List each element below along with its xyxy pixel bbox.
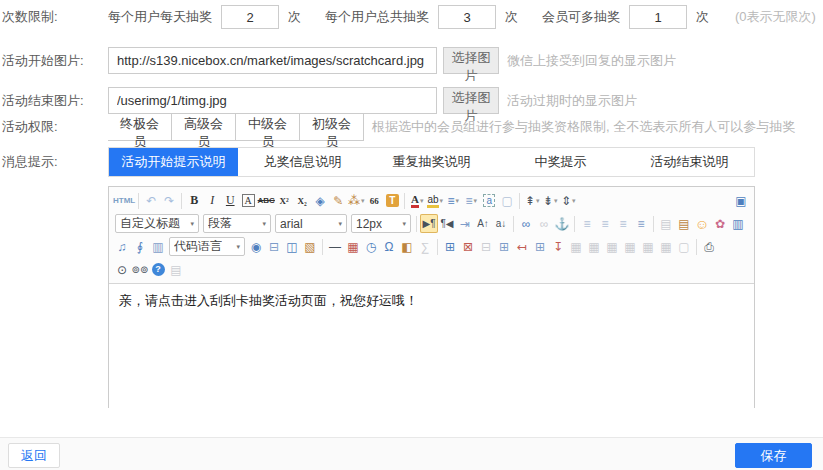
editor-content[interactable]: 亲，请点击进入刮刮卡抽奖活动页面，祝您好运哦！ bbox=[109, 284, 754, 425]
music-icon[interactable]: ♫ bbox=[113, 237, 131, 256]
image-upload-icon[interactable]: ▤ bbox=[675, 214, 693, 233]
start-image-row: 活动开始图片: 选择图片 微信上接受到回复的显示图片 bbox=[2, 47, 823, 74]
preview-icon[interactable]: ⊙ bbox=[113, 260, 131, 279]
font-family-select[interactable]: arial▾ bbox=[275, 214, 347, 233]
ordered-list-icon[interactable]: ≡▾ bbox=[444, 191, 462, 210]
para-space-bottom-icon[interactable]: ⇟▾ bbox=[541, 191, 559, 210]
choose-end-image-button[interactable]: 选择图片 bbox=[443, 87, 499, 114]
code-language-select[interactable]: 代码语言▾ bbox=[169, 237, 245, 256]
insert-row-icon[interactable]: ⊞ bbox=[495, 237, 513, 256]
paste-text-icon[interactable]: T bbox=[383, 191, 401, 210]
rtl-icon[interactable]: ¶◀ bbox=[438, 214, 456, 233]
para-space-top-icon[interactable]: ⇞▾ bbox=[523, 191, 541, 210]
find-replace-icon[interactable]: ⊚⊚ bbox=[131, 260, 149, 279]
align-justify-icon[interactable]: ≡ bbox=[632, 214, 650, 233]
video-icon[interactable]: ▥ bbox=[729, 214, 747, 233]
toolbar-separator bbox=[696, 239, 697, 255]
image-icon[interactable]: ▤ bbox=[657, 214, 675, 233]
insert-col-left-icon[interactable]: ↤ bbox=[513, 237, 531, 256]
attachment-icon[interactable]: ∮ bbox=[131, 237, 149, 256]
ltr-icon[interactable]: ▶¶ bbox=[420, 214, 438, 233]
columns-icon[interactable]: ◫ bbox=[283, 237, 301, 256]
date-icon[interactable]: ▦ bbox=[344, 237, 362, 256]
format-brush-icon[interactable]: ✎ bbox=[329, 191, 347, 210]
custom-title-select[interactable]: 自定义标题▾ bbox=[115, 214, 199, 233]
member-level-button[interactable]: 高级会员 bbox=[172, 113, 236, 141]
formula-icon[interactable]: ∑ bbox=[416, 237, 434, 256]
blockquote-icon[interactable]: 66 bbox=[365, 191, 383, 210]
split-cell-icon[interactable]: ▦ bbox=[621, 237, 639, 256]
format-eraser-icon[interactable]: ◈ bbox=[311, 191, 329, 210]
align-center-icon[interactable]: ≡ bbox=[596, 214, 614, 233]
delete-row-icon[interactable]: ⊟ bbox=[477, 237, 495, 256]
lowercase-icon[interactable]: a↓ bbox=[492, 214, 510, 233]
align-right-icon[interactable]: ≡ bbox=[614, 214, 632, 233]
snapscreen-icon[interactable]: ▧ bbox=[301, 237, 319, 256]
anchor-a-icon[interactable]: a bbox=[480, 191, 498, 210]
underline-icon[interactable]: U bbox=[221, 191, 239, 210]
doc-icon[interactable]: ▢ bbox=[675, 237, 693, 256]
choose-start-image-button[interactable]: 选择图片 bbox=[443, 47, 499, 74]
font-size-select[interactable]: 12px▾ bbox=[351, 214, 411, 233]
emoji-icon[interactable]: ☺ bbox=[693, 214, 711, 233]
char-border-icon[interactable]: A bbox=[239, 191, 257, 210]
chart-icon[interactable]: ◧ bbox=[398, 237, 416, 256]
insert-page-icon[interactable]: ▥ bbox=[149, 237, 167, 256]
subscript-icon[interactable]: X₂ bbox=[293, 191, 311, 210]
uppercase-icon[interactable]: A↑ bbox=[474, 214, 492, 233]
redo-icon[interactable]: ↷ bbox=[160, 191, 178, 210]
limit-count-input[interactable] bbox=[438, 5, 496, 29]
horizontal-rule-icon[interactable]: — bbox=[326, 237, 344, 256]
time-icon[interactable]: ◷ bbox=[362, 237, 380, 256]
bullet-list-icon[interactable]: ≡▾ bbox=[462, 191, 480, 210]
merge-cells-icon[interactable]: ▦ bbox=[567, 237, 585, 256]
undo-icon[interactable]: ↶ bbox=[142, 191, 160, 210]
insert-table-icon[interactable]: ⊞ bbox=[441, 237, 459, 256]
save-button[interactable]: 保存 bbox=[735, 443, 812, 468]
insert-col-right-icon[interactable]: ⊞ bbox=[531, 237, 549, 256]
fullscreen-icon[interactable]: ▣ bbox=[732, 191, 750, 210]
start-image-url-input[interactable] bbox=[108, 47, 437, 74]
limit-count-input[interactable] bbox=[629, 5, 687, 29]
message-tab[interactable]: 重复抽奖说明 bbox=[367, 148, 496, 176]
paragraph-select[interactable]: 段落▾ bbox=[203, 214, 271, 233]
delete-col-icon[interactable]: ↧ bbox=[549, 237, 567, 256]
help-icon[interactable]: ? bbox=[149, 260, 167, 279]
page-break-icon[interactable]: ⊟ bbox=[265, 237, 283, 256]
auto-typeset-icon[interactable]: ⁂▾ bbox=[347, 191, 365, 210]
source-html-icon[interactable]: HTML bbox=[113, 191, 135, 210]
link-icon[interactable]: ∞ bbox=[517, 214, 535, 233]
insert-code-icon[interactable]: ◉ bbox=[247, 237, 265, 256]
italic-icon[interactable]: I bbox=[203, 191, 221, 210]
message-tab[interactable]: 活动开始提示说明 bbox=[109, 148, 238, 176]
merge-down-icon[interactable]: ▦ bbox=[603, 237, 621, 256]
merge-right-icon[interactable]: ▦ bbox=[585, 237, 603, 256]
member-level-button[interactable]: 中级会员 bbox=[236, 113, 300, 141]
print-icon[interactable]: ⎙ bbox=[700, 237, 718, 256]
highlight-color-icon[interactable]: ab▾ bbox=[426, 191, 444, 210]
member-level-button[interactable]: 终极会员 bbox=[108, 113, 172, 141]
blank-doc-icon[interactable]: ▢ bbox=[498, 191, 516, 210]
limit-count-input[interactable] bbox=[221, 5, 279, 29]
anchor-icon[interactable]: ⚓ bbox=[553, 214, 571, 233]
font-color-icon[interactable]: A▾ bbox=[408, 191, 426, 210]
bold-icon[interactable]: B bbox=[185, 191, 203, 210]
scrawl-icon[interactable]: ✿ bbox=[711, 214, 729, 233]
message-tab[interactable]: 兑奖信息说明 bbox=[238, 148, 367, 176]
message-tab[interactable]: 中奖提示 bbox=[496, 148, 625, 176]
end-image-url-input[interactable] bbox=[108, 87, 437, 114]
strikethrough-icon[interactable]: ABC bbox=[257, 191, 275, 210]
split-col-icon[interactable]: ▦ bbox=[657, 237, 675, 256]
message-tab[interactable]: 活动结束说明 bbox=[625, 148, 754, 176]
member-level-button[interactable]: 初级会员 bbox=[300, 113, 364, 141]
line-height-icon[interactable]: ⇕▾ bbox=[559, 191, 577, 210]
back-button[interactable]: 返回 bbox=[8, 443, 60, 468]
special-char-icon[interactable]: Ω bbox=[380, 237, 398, 256]
superscript-icon[interactable]: X² bbox=[275, 191, 293, 210]
paste-icon[interactable]: ▤ bbox=[167, 260, 185, 279]
delete-table-icon[interactable]: ⊠ bbox=[459, 237, 477, 256]
unlink-icon[interactable]: ∞ bbox=[535, 214, 553, 233]
split-row-icon[interactable]: ▦ bbox=[639, 237, 657, 256]
indent-icon[interactable]: ⇥ bbox=[456, 214, 474, 233]
align-left-icon[interactable]: ≡ bbox=[578, 214, 596, 233]
